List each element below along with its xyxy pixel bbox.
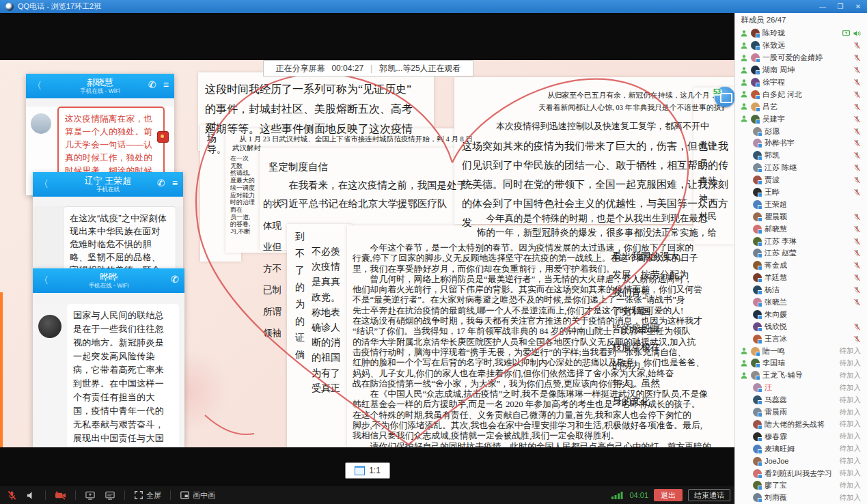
member-row[interactable]: 湖南 周坤: [735, 64, 867, 76]
mic-muted-icon: [853, 79, 861, 86]
member-row[interactable]: 刘雨薇待加入: [735, 492, 867, 504]
member-row[interactable]: 朱向媛: [735, 308, 867, 320]
member-row[interactable]: 雷晨雨待加入: [735, 406, 867, 419]
document-frag_col5: 不必羡次疫情是真真政党。称地表确诊人断的消的祖国为有了受真正: [312, 244, 344, 396]
mic-muted-icon: [853, 274, 861, 281]
member-row[interactable]: 麦璃旺姆待加入: [735, 443, 867, 455]
avatar: [753, 383, 762, 392]
member-status: [853, 335, 867, 343]
member-row[interactable]: 王言冰: [735, 333, 867, 345]
member-row[interactable]: 杨洁: [735, 284, 867, 296]
maximize-button[interactable]: ❐: [831, 0, 849, 13]
member-row[interactable]: 白多妃 河北: [735, 88, 867, 100]
member-row[interactable]: 吴建宇: [735, 113, 867, 125]
mic-muted-icon: [853, 238, 861, 245]
member-row[interactable]: 陆大佬的摇头战将待加入: [735, 419, 867, 431]
avatar: [753, 493, 762, 502]
member-row[interactable]: 陆一鸣待加入: [735, 345, 867, 357]
member-name: 江苏 李琳: [765, 236, 797, 247]
member-row[interactable]: 孙桦书宇: [735, 137, 867, 150]
in-call-person-icon: [740, 66, 748, 74]
member-name: 王言冰: [765, 334, 787, 344]
whiteboard-button[interactable]: [105, 490, 115, 501]
document-line: 员、: [699, 154, 730, 172]
member-row[interactable]: 瞿晨颖: [735, 210, 867, 223]
member-row[interactable]: 吕艺: [735, 100, 867, 113]
document-line: 的动力。: [612, 356, 728, 375]
waiting-label: 待加入: [840, 408, 862, 417]
back-icon: 〈: [39, 178, 49, 191]
mic-muted-icon: [853, 286, 861, 294]
document-line: 为有了: [312, 366, 344, 381]
document-line: 无数: [230, 163, 264, 170]
member-row[interactable]: 穆春霖待加入: [735, 430, 867, 443]
share-status-bar: 正在分享屏幕 00:04:27 | 郭凯...等25人正在观看: [263, 60, 473, 76]
avatar: [753, 445, 762, 453]
document-line: 度最大的: [230, 177, 264, 184]
mic-muted-button[interactable]: [7, 490, 17, 501]
avatar: [753, 469, 762, 478]
member-row[interactable]: 陈玲珑: [735, 27, 867, 40]
fullscreen-button[interactable]: 全屏: [134, 490, 161, 501]
exit-button[interactable]: 退出: [654, 489, 683, 501]
avatar: [753, 285, 762, 294]
member-row[interactable]: 郭凯: [735, 150, 867, 162]
minimize-button[interactable]: —: [814, 0, 831, 13]
camera-muted-button[interactable]: [55, 490, 66, 501]
member-row[interactable]: 彭愿: [735, 125, 867, 137]
mic-muted-icon: [853, 164, 861, 171]
member-status: 待加入: [840, 493, 867, 503]
close-button[interactable]: ✕: [849, 0, 867, 13]
document-special: 今年真的是个特殊的时期，也是个从我出生到现在最恐怖的一年，新型冠肺炎的爆发，很多…: [477, 211, 730, 240]
member-row[interactable]: 一股可爱的金婧婷: [735, 52, 867, 64]
member-row[interactable]: 看到脏乱叫我去学习待加入: [735, 467, 867, 479]
speaker-button[interactable]: [26, 490, 36, 501]
qq-call-window: QQ电话 - 浏览17环工2班 — ❐ ✕ 这段时间我经历了一系列可称为“见证历…: [0, 0, 867, 504]
share-elapsed-time: 00:04:27: [331, 64, 363, 73]
end-call-button[interactable]: 结束通话: [688, 489, 730, 501]
document-line: 场: [207, 133, 234, 145]
member-row[interactable]: 王龙飞-辅导待加入: [735, 369, 867, 382]
floating-call-badge[interactable]: 53: [715, 87, 735, 107]
pip-layout-button[interactable]: 画中画: [180, 490, 215, 501]
member-name: 王龙飞-辅导: [762, 370, 803, 380]
member-row[interactable]: 马蕊蕊待加入: [735, 394, 867, 406]
document-line: 我们青年: [612, 284, 728, 303]
camera-muted-icon: [55, 490, 66, 501]
member-row[interactable]: 廖了宝待加入: [735, 479, 867, 492]
fullscreen-icon: [134, 490, 143, 500]
member-row[interactable]: 王荣超: [735, 198, 867, 210]
member-row[interactable]: 汪待加入: [735, 382, 867, 394]
whiteboard-icon: [105, 490, 115, 501]
member-row[interactable]: 羊廷慧: [735, 272, 867, 284]
document-frag_left: 对场导。: [207, 122, 234, 156]
avatar: [753, 151, 762, 160]
member-row[interactable]: 钱欣悦: [735, 320, 867, 333]
member-status: [853, 213, 867, 221]
member-row[interactable]: 王晔: [735, 186, 867, 199]
shared-screen: 这段时间我经历了一系列可称为“见证历史”的事件，封城封社区、美股熔断五次、高考延…: [0, 60, 734, 447]
member-panel-header: 群成员 26/47: [735, 13, 867, 27]
member-status: [853, 274, 867, 281]
document-confidence: 坚定制度自信 在我看来，在这次疫情之前，我国是处于一: [269, 158, 473, 195]
zoom-ratio-button[interactable]: 1:1: [345, 462, 390, 479]
member-row[interactable]: 郝晓慧: [735, 223, 867, 235]
member-row[interactable]: 贾波: [735, 174, 867, 186]
chat-message: 在这次“战疫”之中深刻体现出来中华民族在面对危难时临危不惧的胆略、坚韧不屈的品格…: [63, 206, 176, 268]
waiting-label: 待加入: [840, 395, 862, 405]
member-row[interactable]: 李国瑞待加入: [735, 357, 867, 369]
mic-muted-icon: [853, 115, 861, 123]
member-row[interactable]: 徐宇程: [735, 76, 867, 89]
member-row[interactable]: 蒋金成: [735, 260, 867, 272]
member-row[interactable]: 江苏 赵莹: [735, 247, 867, 260]
share-screen-button[interactable]: [85, 490, 96, 501]
member-row[interactable]: 张晓兰: [735, 296, 867, 309]
chat-title: 辽宁 王荣超: [85, 176, 132, 186]
member-row[interactable]: 江苏 李琳: [735, 235, 867, 247]
pip-label: 画中画: [193, 490, 215, 501]
member-row[interactable]: 张致远: [735, 40, 867, 52]
window-ratio-icon: [355, 466, 365, 475]
title-bar: QQ电话 - 浏览17环工2班 — ❐ ✕: [0, 0, 867, 13]
member-row[interactable]: JoeJoe待加入: [735, 455, 867, 467]
member-row[interactable]: 江苏 陈继: [735, 162, 867, 174]
